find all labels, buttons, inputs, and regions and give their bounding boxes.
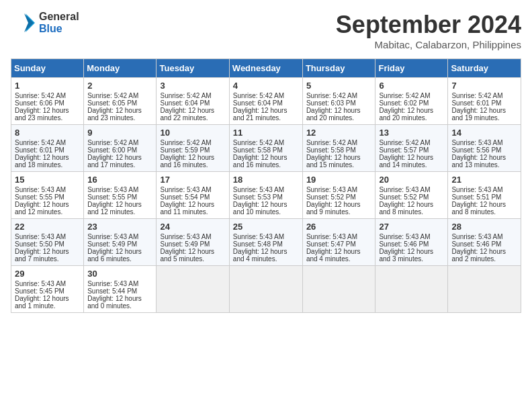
calendar-table: SundayMondayTuesdayWednesdayThursdayFrid… bbox=[11, 58, 521, 313]
sunrise-text: Sunrise: 5:43 AM bbox=[87, 186, 138, 193]
calendar-cell: 2 Sunrise: 5:42 AM Sunset: 6:05 PM Dayli… bbox=[84, 78, 157, 125]
sunset-text: Sunset: 5:55 PM bbox=[15, 193, 64, 201]
calendar-cell: 21 Sunrise: 5:43 AM Sunset: 5:51 PM Dayl… bbox=[448, 172, 521, 219]
day-number: 21 bbox=[451, 175, 517, 185]
sunset-text: Sunset: 5:54 PM bbox=[160, 193, 210, 201]
day-number: 1 bbox=[15, 81, 80, 91]
calendar-cell bbox=[448, 266, 521, 313]
sunset-text: Sunset: 5:56 PM bbox=[451, 146, 501, 154]
daylight-text: Daylight: 12 hours and 14 minutes. bbox=[379, 154, 433, 169]
calendar-cell: 5 Sunrise: 5:42 AM Sunset: 6:03 PM Dayli… bbox=[302, 78, 375, 125]
sunrise-text: Sunrise: 5:42 AM bbox=[233, 139, 284, 146]
calendar-cell: 28 Sunrise: 5:43 AM Sunset: 5:46 PM Dayl… bbox=[448, 219, 521, 266]
sunrise-text: Sunrise: 5:43 AM bbox=[233, 186, 284, 193]
day-number: 7 bbox=[451, 81, 517, 91]
daylight-text: Daylight: 12 hours and 15 minutes. bbox=[306, 154, 361, 169]
sunset-text: Sunset: 5:55 PM bbox=[87, 193, 137, 201]
col-header-monday: Monday bbox=[84, 59, 157, 78]
day-number: 12 bbox=[306, 128, 372, 138]
sunrise-text: Sunrise: 5:43 AM bbox=[306, 233, 357, 240]
sunrise-text: Sunrise: 5:43 AM bbox=[160, 186, 211, 193]
sunset-text: Sunset: 5:53 PM bbox=[233, 193, 283, 201]
day-number: 24 bbox=[160, 222, 225, 232]
calendar-cell: 27 Sunrise: 5:43 AM Sunset: 5:46 PM Dayl… bbox=[375, 219, 448, 266]
daylight-text: Daylight: 12 hours and 3 minutes. bbox=[379, 248, 433, 263]
location: Mabitac, Calabarzon, Philippines bbox=[336, 39, 521, 50]
sunrise-text: Sunrise: 5:42 AM bbox=[15, 139, 66, 146]
sunrise-text: Sunrise: 5:42 AM bbox=[15, 92, 66, 99]
sunset-text: Sunset: 5:44 PM bbox=[87, 287, 137, 295]
daylight-text: Daylight: 12 hours and 12 minutes. bbox=[15, 201, 69, 216]
daylight-text: Daylight: 12 hours and 6 minutes. bbox=[87, 248, 142, 263]
day-number: 6 bbox=[379, 81, 444, 91]
daylight-text: Daylight: 12 hours and 12 minutes. bbox=[87, 201, 142, 216]
day-number: 14 bbox=[451, 128, 517, 138]
sunrise-text: Sunrise: 5:43 AM bbox=[379, 233, 430, 240]
logo-blue: Blue bbox=[39, 23, 79, 35]
day-number: 22 bbox=[15, 222, 80, 232]
sunset-text: Sunset: 5:52 PM bbox=[306, 193, 356, 201]
sunrise-text: Sunrise: 5:43 AM bbox=[15, 280, 66, 287]
calendar-cell: 6 Sunrise: 5:42 AM Sunset: 6:02 PM Dayli… bbox=[375, 78, 448, 125]
calendar-cell: 24 Sunrise: 5:43 AM Sunset: 5:49 PM Dayl… bbox=[157, 219, 229, 266]
daylight-text: Daylight: 12 hours and 1 minute. bbox=[15, 295, 69, 310]
daylight-text: Daylight: 12 hours and 10 minutes. bbox=[233, 201, 287, 216]
sunset-text: Sunset: 5:59 PM bbox=[160, 146, 210, 154]
sunrise-text: Sunrise: 5:43 AM bbox=[87, 280, 138, 287]
calendar-cell: 14 Sunrise: 5:43 AM Sunset: 5:56 PM Dayl… bbox=[448, 125, 521, 172]
calendar-cell bbox=[375, 266, 448, 313]
daylight-text: Daylight: 12 hours and 7 minutes. bbox=[15, 248, 69, 263]
logo-general: General bbox=[39, 11, 79, 23]
daylight-text: Daylight: 12 hours and 17 minutes. bbox=[87, 154, 142, 169]
calendar-cell: 18 Sunrise: 5:43 AM Sunset: 5:53 PM Dayl… bbox=[229, 172, 302, 219]
day-number: 16 bbox=[87, 175, 152, 185]
calendar-cell: 26 Sunrise: 5:43 AM Sunset: 5:47 PM Dayl… bbox=[302, 219, 375, 266]
daylight-text: Daylight: 12 hours and 16 minutes. bbox=[160, 154, 214, 169]
sunset-text: Sunset: 5:50 PM bbox=[15, 240, 64, 248]
sunrise-text: Sunrise: 5:42 AM bbox=[87, 139, 138, 146]
calendar-cell: 4 Sunrise: 5:42 AM Sunset: 6:04 PM Dayli… bbox=[229, 78, 302, 125]
month-title: September 2024 bbox=[336, 11, 521, 39]
calendar-cell bbox=[229, 266, 302, 313]
calendar-cell: 23 Sunrise: 5:43 AM Sunset: 5:49 PM Dayl… bbox=[84, 219, 157, 266]
sunrise-text: Sunrise: 5:42 AM bbox=[451, 92, 502, 99]
day-number: 17 bbox=[160, 175, 225, 185]
calendar-cell: 20 Sunrise: 5:43 AM Sunset: 5:52 PM Dayl… bbox=[375, 172, 448, 219]
sunrise-text: Sunrise: 5:43 AM bbox=[451, 139, 502, 146]
sunrise-text: Sunrise: 5:42 AM bbox=[233, 92, 284, 99]
sunset-text: Sunset: 5:57 PM bbox=[379, 146, 429, 154]
daylight-text: Daylight: 12 hours and 5 minutes. bbox=[160, 248, 214, 263]
day-number: 30 bbox=[87, 269, 152, 279]
sunset-text: Sunset: 6:00 PM bbox=[87, 146, 137, 154]
day-number: 29 bbox=[15, 269, 80, 279]
calendar-cell: 11 Sunrise: 5:42 AM Sunset: 5:58 PM Dayl… bbox=[229, 125, 302, 172]
daylight-text: Daylight: 12 hours and 8 minutes. bbox=[379, 201, 433, 216]
col-header-sunday: Sunday bbox=[11, 59, 84, 78]
calendar-cell: 9 Sunrise: 5:42 AM Sunset: 6:00 PM Dayli… bbox=[84, 125, 157, 172]
daylight-text: Daylight: 12 hours and 8 minutes. bbox=[451, 201, 506, 216]
sunrise-text: Sunrise: 5:42 AM bbox=[306, 139, 357, 146]
sunrise-text: Sunrise: 5:43 AM bbox=[306, 186, 357, 193]
daylight-text: Daylight: 12 hours and 4 minutes. bbox=[233, 248, 287, 263]
day-number: 25 bbox=[233, 222, 299, 232]
sunrise-text: Sunrise: 5:43 AM bbox=[451, 186, 502, 193]
sunset-text: Sunset: 5:49 PM bbox=[160, 240, 210, 248]
sunrise-text: Sunrise: 5:43 AM bbox=[233, 233, 284, 240]
logo: General Blue bbox=[11, 11, 79, 35]
day-number: 2 bbox=[87, 81, 152, 91]
calendar-cell: 1 Sunrise: 5:42 AM Sunset: 6:06 PM Dayli… bbox=[11, 78, 84, 125]
calendar-cell: 7 Sunrise: 5:42 AM Sunset: 6:01 PM Dayli… bbox=[448, 78, 521, 125]
day-number: 9 bbox=[87, 128, 152, 138]
day-number: 26 bbox=[306, 222, 372, 232]
day-number: 18 bbox=[233, 175, 299, 185]
daylight-text: Daylight: 12 hours and 16 minutes. bbox=[233, 154, 287, 169]
day-number: 27 bbox=[379, 222, 444, 232]
daylight-text: Daylight: 12 hours and 0 minutes. bbox=[87, 295, 142, 310]
sunset-text: Sunset: 5:46 PM bbox=[379, 240, 429, 248]
day-number: 10 bbox=[160, 128, 225, 138]
sunrise-text: Sunrise: 5:42 AM bbox=[379, 139, 430, 146]
sunrise-text: Sunrise: 5:43 AM bbox=[15, 186, 66, 193]
sunset-text: Sunset: 5:49 PM bbox=[87, 240, 137, 248]
col-header-friday: Friday bbox=[375, 59, 448, 78]
sunrise-text: Sunrise: 5:43 AM bbox=[451, 233, 502, 240]
